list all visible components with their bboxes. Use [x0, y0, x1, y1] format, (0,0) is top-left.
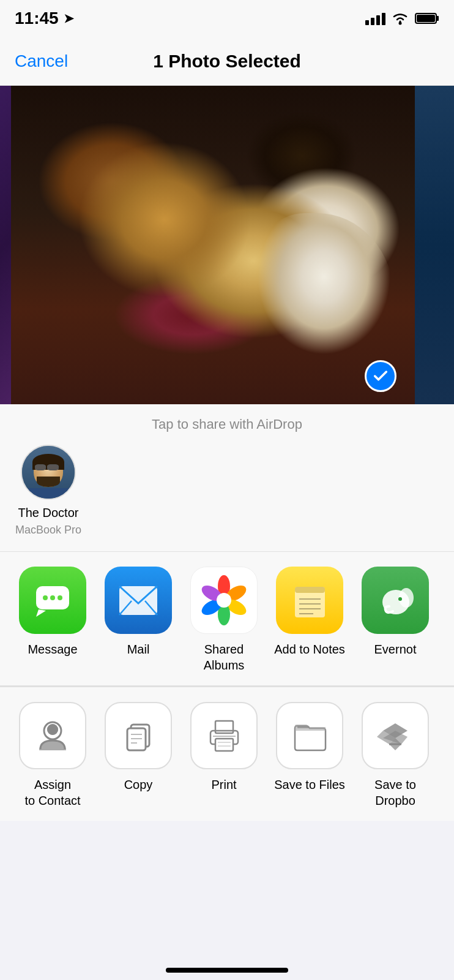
header: Cancel 1 Photo Selected	[0, 37, 454, 86]
notes-svg	[290, 581, 330, 620]
share-app-messages[interactable]: Message	[10, 567, 95, 673]
share-apps-row: Message Mail	[0, 567, 454, 673]
signal-bar-2	[371, 18, 374, 25]
dropbox-label: Save toDropbo	[374, 777, 416, 809]
copy-svg	[120, 717, 157, 754]
photos-label: SharedAlbums	[204, 641, 245, 673]
status-time: 11:45 ➤	[15, 9, 74, 28]
messages-svg	[31, 579, 74, 622]
notes-icon	[276, 567, 343, 634]
mail-svg	[117, 584, 160, 617]
svg-point-8	[58, 595, 62, 600]
photo-left-partial[interactable]	[0, 86, 11, 404]
battery-icon	[415, 12, 439, 25]
status-bar: 11:45 ➤	[0, 0, 454, 37]
action-save-files[interactable]: Save to Files	[267, 702, 352, 809]
action-assign-contact[interactable]: Assignto Contact	[10, 702, 95, 809]
status-icons	[365, 12, 439, 25]
photos-icon	[190, 567, 258, 634]
save-files-icon	[276, 702, 343, 769]
action-row: Assignto Contact Copy	[0, 702, 454, 809]
airdrop-device-name: The Doctor	[18, 506, 79, 520]
svg-point-30	[47, 724, 58, 735]
mail-label: Mail	[127, 641, 150, 657]
signal-bar-4	[382, 13, 385, 25]
evernote-svg	[376, 581, 415, 620]
action-dropbox[interactable]: Save toDropbo	[352, 702, 438, 809]
avatar	[21, 445, 76, 500]
copy-label: Copy	[124, 777, 153, 793]
share-app-evernote[interactable]: Evernot	[352, 567, 438, 673]
share-app-photos[interactable]: SharedAlbums	[181, 567, 267, 673]
messages-label: Message	[28, 641, 77, 657]
svg-point-7	[50, 595, 55, 600]
share-apps-section: Message Mail	[0, 552, 454, 686]
assign-contact-icon	[19, 702, 86, 769]
svg-point-27	[398, 597, 402, 601]
print-label: Print	[211, 777, 236, 793]
airdrop-section: Tap to share with AirDrop	[0, 404, 454, 552]
svg-rect-3	[417, 15, 435, 22]
airdrop-label: Tap to share with AirDrop	[15, 417, 439, 432]
action-print[interactable]: Print	[181, 702, 267, 809]
wifi-icon	[392, 12, 409, 25]
page-title: 1 Photo Selected	[153, 51, 301, 72]
svg-marker-5	[36, 609, 46, 617]
mail-icon	[105, 567, 172, 634]
evernote-label: Evernot	[374, 641, 417, 657]
signal-bar-3	[376, 15, 380, 25]
share-app-mail[interactable]: Mail	[95, 567, 181, 673]
print-icon	[190, 702, 258, 769]
svg-point-18	[217, 593, 231, 608]
svg-rect-39	[215, 739, 233, 751]
svg-rect-20	[295, 587, 325, 593]
svg-point-0	[399, 22, 402, 25]
dropbox-icon	[362, 702, 429, 769]
photo-selected-checkmark[interactable]	[365, 360, 396, 392]
photo-strip	[0, 86, 454, 404]
assign-contact-svg	[34, 717, 71, 754]
save-files-label: Save to Files	[274, 777, 345, 793]
cancel-button[interactable]: Cancel	[15, 51, 68, 71]
messages-icon	[19, 567, 86, 634]
photo-right-partial[interactable]	[415, 86, 454, 404]
copy-icon	[105, 702, 172, 769]
photo-main[interactable]	[11, 86, 415, 404]
svg-rect-2	[436, 16, 439, 21]
notes-label: Add to Notes	[274, 641, 345, 657]
airdrop-devices: The Doctor MacBook Pro	[15, 445, 439, 537]
location-icon: ➤	[64, 11, 74, 26]
evernote-icon	[362, 567, 429, 634]
home-indicator	[166, 968, 288, 973]
photos-svg	[196, 573, 251, 628]
share-app-notes[interactable]: Add to Notes	[267, 567, 352, 673]
save-files-svg	[290, 716, 330, 756]
dropbox-svg	[376, 716, 415, 756]
assign-contact-label: Assignto Contact	[24, 777, 80, 809]
svg-point-6	[43, 595, 48, 600]
airdrop-device[interactable]: The Doctor MacBook Pro	[15, 445, 82, 537]
print-svg	[204, 716, 244, 756]
signal-bars	[365, 12, 385, 25]
action-copy[interactable]: Copy	[95, 702, 181, 809]
action-row-section: Assignto Contact Copy	[0, 687, 454, 821]
signal-bar-1	[365, 20, 369, 25]
clock: 11:45	[15, 9, 59, 28]
airdrop-device-model: MacBook Pro	[15, 524, 81, 537]
